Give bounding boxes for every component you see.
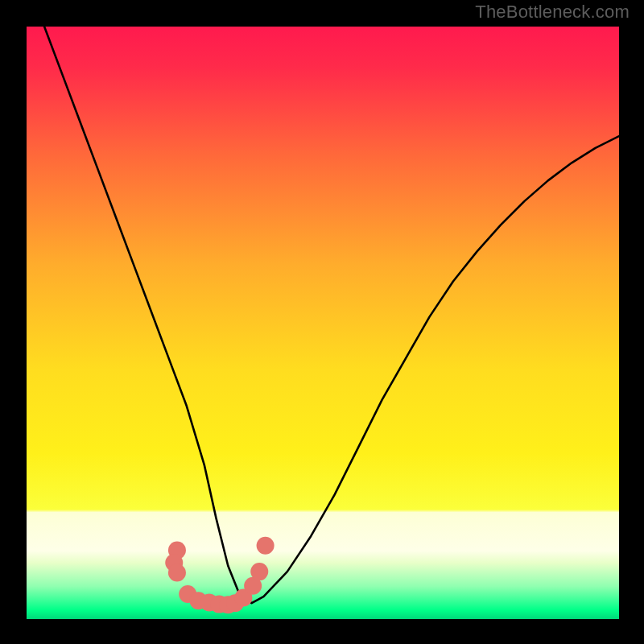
marker-dot [168, 564, 186, 582]
marker-dot [250, 563, 268, 580]
plot-background [27, 27, 619, 619]
watermark-text: TheBottleneck.com [475, 2, 630, 23]
chart-svg [0, 0, 644, 644]
marker-dot [257, 537, 275, 555]
chart-container: TheBottleneck.com [0, 0, 644, 644]
